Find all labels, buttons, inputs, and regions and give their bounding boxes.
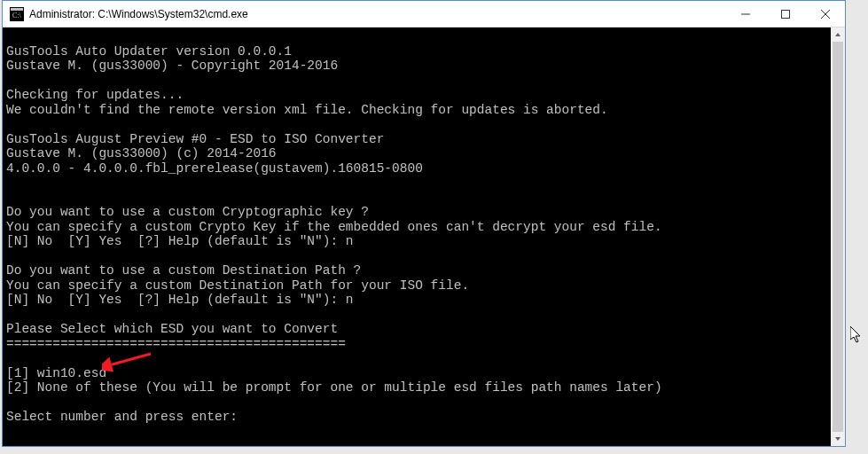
svg-marker-11 <box>850 326 860 342</box>
console-output[interactable]: GusTools Auto Updater version 0.0.0.1 Gu… <box>3 27 845 446</box>
svg-rect-1 <box>11 8 23 11</box>
scroll-track[interactable] <box>831 42 845 432</box>
scroll-down-button[interactable] <box>831 432 845 446</box>
cmd-window: C:\ Administrator: C:\Windows\System32\c… <box>2 0 846 447</box>
scrollbar[interactable] <box>831 27 845 446</box>
scroll-up-button[interactable] <box>831 27 845 42</box>
cmd-icon: C:\ <box>10 7 24 21</box>
svg-rect-4 <box>781 10 789 18</box>
minimize-button[interactable] <box>725 1 765 27</box>
window-controls <box>725 1 845 27</box>
titlebar[interactable]: C:\ Administrator: C:\Windows\System32\c… <box>3 1 845 27</box>
maximize-button[interactable] <box>765 1 805 27</box>
svg-text:C:\: C:\ <box>12 12 22 20</box>
window-title: Administrator: C:\Windows\System32\cmd.e… <box>29 8 725 20</box>
svg-marker-7 <box>835 33 841 36</box>
console-text: GusTools Auto Updater version 0.0.0.1 Gu… <box>6 44 662 425</box>
close-button[interactable] <box>805 1 845 27</box>
cursor-icon <box>850 326 863 348</box>
svg-marker-8 <box>835 437 841 441</box>
scroll-thumb[interactable] <box>833 42 843 432</box>
